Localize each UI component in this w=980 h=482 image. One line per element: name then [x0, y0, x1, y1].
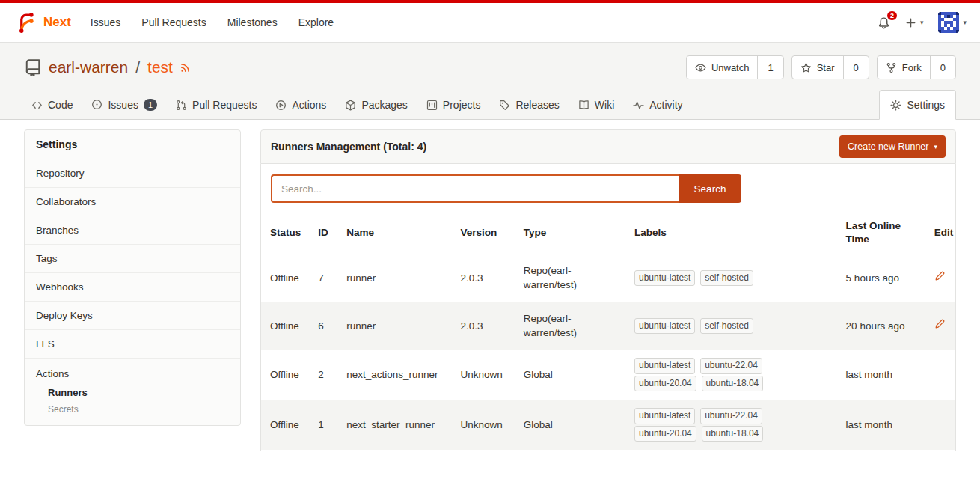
runners-panel: Runners Management (Total: 4) Create new… — [260, 129, 956, 451]
nav-milestones[interactable]: Milestones — [217, 9, 288, 36]
runner-type: Global — [515, 400, 625, 450]
column-header-last-online: Last Online Time — [837, 212, 925, 254]
runner-name: runner — [337, 254, 451, 302]
star-button[interactable]: Star — [792, 56, 843, 79]
sidebar-item-runners[interactable]: Runners — [25, 384, 240, 401]
nav-issues[interactable]: Issues — [80, 9, 131, 36]
nav-pull-requests[interactable]: Pull Requests — [131, 9, 216, 36]
edit-runner-button[interactable] — [934, 318, 946, 329]
search-input[interactable] — [271, 174, 679, 203]
tab-label: Projects — [443, 99, 481, 111]
repo-path-separator: / — [135, 58, 140, 76]
rss-feed-icon[interactable] — [180, 61, 192, 73]
runner-label-chip: ubuntu-latest — [634, 358, 695, 373]
sidebar-item-webhooks[interactable]: Webhooks — [25, 273, 240, 302]
sidebar-item-repository[interactable]: Repository — [25, 159, 240, 188]
tab-actions[interactable]: Actions — [268, 91, 334, 119]
runners-panel-title: Runners Management (Total: 4) — [271, 141, 426, 153]
forks-count[interactable]: 0 — [930, 56, 955, 79]
settings-sidebar: Settings Repository Collaborators Branch… — [24, 129, 241, 426]
runner-labels: ubuntu-latest ubuntu-22.04 ubuntu-20.04 … — [625, 350, 837, 400]
issues-count-badge: 1 — [144, 99, 157, 111]
tab-label: Packages — [361, 99, 407, 111]
tag-icon — [499, 100, 510, 111]
create-new-menu-button[interactable]: ▾ — [905, 17, 924, 28]
sidebar-item-tags[interactable]: Tags — [25, 245, 240, 273]
sidebar-item-lfs[interactable]: LFS — [25, 330, 240, 359]
plus-icon — [905, 17, 916, 28]
stars-count[interactable]: 0 — [843, 56, 869, 79]
runner-last-online: last month — [837, 400, 925, 450]
project-board-icon — [426, 100, 438, 111]
runner-label-chip: self-hosted — [700, 318, 753, 334]
runner-labels: ubuntu-latest self-hosted — [625, 302, 837, 350]
sidebar-item-secrets[interactable]: Secrets — [25, 401, 240, 416]
create-new-runner-button[interactable]: Create new Runner ▾ — [839, 135, 946, 158]
runner-last-online: 5 hours ago — [837, 254, 925, 302]
repo-action-buttons: Unwatch 1 Star 0 — [686, 55, 956, 79]
tab-pull-requests[interactable]: Pull Requests — [168, 91, 264, 119]
star-icon — [800, 62, 812, 73]
tab-label: Settings — [907, 99, 945, 111]
sidebar-item-deploy-keys[interactable]: Deploy Keys — [25, 302, 240, 330]
notifications-button[interactable]: 2 — [878, 16, 890, 29]
runner-status: Offline — [261, 302, 309, 350]
tab-activity[interactable]: Activity — [625, 91, 690, 119]
tab-wiki[interactable]: Wiki — [571, 91, 622, 119]
pull-request-icon — [176, 100, 187, 111]
runner-row: Offline 7 runner 2.0.3 Repo(earl-warren/… — [261, 254, 955, 302]
runner-version: 2.0.3 — [452, 254, 515, 302]
repo-icon — [24, 58, 42, 76]
book-icon — [578, 100, 589, 111]
sidebar-group-actions: Actions Runners Secrets — [25, 359, 240, 425]
tab-packages[interactable]: Packages — [337, 91, 414, 119]
gear-icon — [890, 100, 901, 111]
sidebar-item-branches[interactable]: Branches — [25, 216, 240, 245]
tab-projects[interactable]: Projects — [419, 91, 489, 119]
user-menu-button[interactable]: ▾ — [938, 12, 967, 33]
runner-status: Offline — [261, 350, 309, 400]
runner-label-chip: ubuntu-22.04 — [700, 408, 762, 424]
runner-label-chip: ubuntu-latest — [634, 318, 695, 334]
repo-name-link[interactable]: test — [147, 58, 173, 76]
repo-owner-link[interactable]: earl-warren — [49, 58, 128, 76]
edit-runner-button[interactable] — [934, 270, 946, 281]
runner-type: Repo(earl-warren/test) — [515, 254, 625, 302]
sidebar-title: Settings — [25, 130, 240, 159]
fork-button[interactable]: Fork — [878, 56, 930, 79]
nav-explore[interactable]: Explore — [288, 9, 344, 36]
tab-releases[interactable]: Releases — [491, 91, 566, 119]
home-link[interactable]: Next — [13, 11, 80, 34]
runner-name: next_starter_runner — [337, 400, 451, 450]
column-header-status: Status — [261, 212, 309, 254]
runner-label-chip: ubuntu-20.04 — [634, 426, 696, 442]
runner-id: 6 — [309, 302, 337, 350]
runners-panel-header: Runners Management (Total: 4) Create new… — [260, 129, 956, 164]
notification-count-badge: 2 — [887, 11, 897, 21]
tab-settings[interactable]: Settings — [879, 90, 956, 120]
sidebar-actions-label: Actions — [25, 365, 240, 384]
issue-icon — [91, 99, 102, 110]
column-header-labels: Labels — [625, 212, 837, 254]
column-header-version: Version — [452, 212, 515, 254]
sidebar-item-collaborators[interactable]: Collaborators — [25, 188, 240, 216]
runner-label-chip: ubuntu-20.04 — [634, 376, 696, 391]
tab-code[interactable]: Code — [24, 91, 80, 119]
runner-label-chip: ubuntu-18.04 — [702, 376, 764, 391]
runner-edit-cell — [925, 254, 955, 302]
runner-last-online: 20 hours ago — [837, 302, 925, 350]
tab-label: Code — [48, 99, 73, 111]
search-button[interactable]: Search — [679, 174, 741, 203]
tab-label: Activity — [649, 99, 682, 111]
column-header-id: ID — [309, 212, 337, 254]
runner-label-chip: ubuntu-latest — [634, 270, 695, 286]
runner-version: 2.0.3 — [452, 302, 515, 350]
runner-edit-cell — [925, 400, 955, 450]
watchers-count[interactable]: 1 — [757, 56, 783, 79]
runner-edit-cell — [925, 350, 955, 400]
unwatch-button[interactable]: Unwatch — [687, 56, 758, 79]
main-navbar: Next Issues Pull Requests Milestones Exp… — [0, 3, 980, 43]
tab-issues[interactable]: Issues 1 — [84, 91, 165, 119]
star-button-group: Star 0 — [791, 55, 869, 79]
user-avatar — [938, 12, 959, 33]
